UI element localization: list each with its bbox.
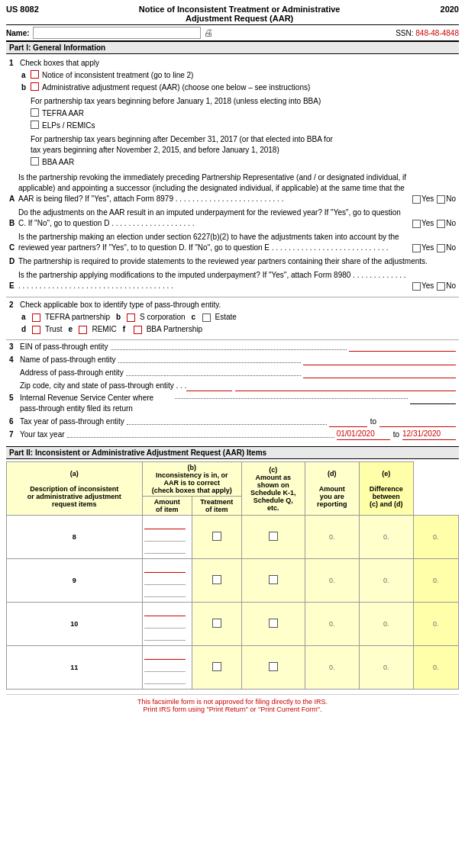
qa-no-box[interactable] xyxy=(437,195,445,204)
row-a-input3-10[interactable] xyxy=(144,632,186,641)
table-row: 11 0. 0. 0. xyxy=(7,646,459,690)
table-row: 8 0. 0. 0. xyxy=(7,516,459,559)
name-label: Name: xyxy=(6,29,30,37)
section-line2: 2 Check applicable box to identify type … xyxy=(6,297,459,338)
checkbox-bba-partnership[interactable] xyxy=(134,326,142,334)
row-a-input2-8[interactable] xyxy=(144,532,186,542)
checkbox-tefra-aar[interactable] xyxy=(31,108,39,117)
line6-from[interactable] xyxy=(329,416,367,427)
line4-input[interactable] xyxy=(303,354,456,365)
after-text1: For partnership tax years beginning afte… xyxy=(31,134,456,145)
line1-text: Check boxes that apply xyxy=(20,58,99,69)
name-input[interactable] xyxy=(33,27,201,39)
row-b-amt-cb-10[interactable] xyxy=(212,619,221,628)
row-e-8[interactable]: 0. xyxy=(413,516,458,559)
line5-input[interactable] xyxy=(410,393,456,404)
qb-yes-box[interactable] xyxy=(412,220,421,228)
row-d-8[interactable]: 0. xyxy=(359,516,413,559)
after-text2: tax years beginning after November 2, 20… xyxy=(31,145,456,156)
footer-line1: This facsimile form is not approved for … xyxy=(6,698,459,706)
cb-remic-label: REMIC xyxy=(92,324,116,335)
row-num-11: 11 xyxy=(7,646,143,690)
line3-input[interactable] xyxy=(349,342,456,352)
row-c-11[interactable]: 0. xyxy=(305,646,359,690)
qe-text: Is the partnership applying modification… xyxy=(18,270,410,291)
qb-no-box[interactable] xyxy=(437,220,445,228)
qc-no-box[interactable] xyxy=(437,244,445,252)
row-c-9[interactable]: 0. xyxy=(305,559,359,603)
row-c-10[interactable]: 0. xyxy=(305,603,359,646)
row-a-input2-9[interactable] xyxy=(144,576,186,585)
question-a-row: A Is the partnership revoking the immedi… xyxy=(9,172,456,204)
row-num-9: 9 xyxy=(7,559,143,603)
row-num-10: 10 xyxy=(7,603,143,646)
row-a-input2-11[interactable] xyxy=(144,663,186,672)
line7-from[interactable]: 01/01/2020 xyxy=(337,429,390,440)
row-a-input3-8[interactable] xyxy=(144,545,186,554)
row-a-input1-11[interactable] xyxy=(144,651,186,660)
line4b-input[interactable] xyxy=(303,367,456,378)
bba-label: BBA AAR xyxy=(42,157,74,168)
row-b-treat-cb-9[interactable] xyxy=(269,575,278,584)
row-a-10 xyxy=(142,603,192,646)
line4c-label: Zip code, city and state of pass-through… xyxy=(20,381,186,391)
row-e-10[interactable]: 0. xyxy=(413,603,458,646)
checkbox-1a[interactable] xyxy=(31,70,39,79)
col-b-header: (b)Inconsistency is in, orAAR is to corr… xyxy=(142,462,241,497)
qc-yes-box[interactable] xyxy=(412,244,421,252)
ssn-area: SSN: 848-48-4848 xyxy=(396,29,459,37)
qe-letter: E xyxy=(9,281,18,291)
checkbox-estate[interactable] xyxy=(202,313,211,322)
qe-yes-box[interactable] xyxy=(412,282,421,291)
checkbox-1b[interactable] xyxy=(31,82,39,91)
before-text: For partnership tax years beginning befo… xyxy=(31,96,456,107)
line1a-letter: a xyxy=(21,70,31,81)
question-c-row: C Is the partnership making an election … xyxy=(9,232,456,253)
page: US 8082 Notice of Inconsistent Treatment… xyxy=(0,0,465,718)
row-b-treat-10 xyxy=(241,603,305,646)
cb-bba-label: BBA Partnership xyxy=(147,324,202,335)
row-e-11[interactable]: 0. xyxy=(413,646,458,690)
checkbox-tefra-partnership[interactable] xyxy=(32,313,40,322)
row-d-9[interactable]: 0. xyxy=(359,559,413,603)
row-b-amt-cb-11[interactable] xyxy=(212,662,221,671)
question-e-row: E Is the partnership applying modificati… xyxy=(9,270,456,291)
row-b-treat-cb-11[interactable] xyxy=(269,662,278,671)
zip-input[interactable] xyxy=(186,380,232,391)
qa-yes-box[interactable] xyxy=(412,195,421,204)
row-a-input1-10[interactable] xyxy=(144,607,186,616)
row-b-treat-cb-8[interactable] xyxy=(269,532,278,541)
qe-no-box[interactable] xyxy=(437,282,445,291)
line5-row: 5 Internal Revenue Service Center where … xyxy=(9,393,456,414)
checkbox-elps[interactable] xyxy=(31,121,39,129)
checkbox-trust[interactable] xyxy=(32,326,40,334)
print-icon[interactable]: 🖨 xyxy=(204,27,213,38)
line4c-row: Zip code, city and state of pass-through… xyxy=(9,380,456,391)
city-state-input[interactable] xyxy=(235,380,456,391)
row-c-8[interactable]: 0. xyxy=(305,516,359,559)
row-a-input3-11[interactable] xyxy=(144,675,186,684)
row-b-amt-cb-8[interactable] xyxy=(212,532,221,541)
ssn-value: 848-48-4848 xyxy=(415,29,459,37)
row-d-11[interactable]: 0. xyxy=(359,646,413,690)
line4-label: Name of pass-through entity xyxy=(20,355,116,365)
line6-to[interactable] xyxy=(379,416,456,427)
row-e-9[interactable]: 0. xyxy=(413,559,458,603)
line7-to[interactable]: 12/31/2020 xyxy=(402,429,456,440)
row-b-treat-cb-10[interactable] xyxy=(269,619,278,628)
line2-row: 2 Check applicable box to identify type … xyxy=(9,300,456,310)
part1-header: Part I: General Information xyxy=(6,41,459,54)
col-e-header: (e)Differencebetween(c) and (d) xyxy=(359,462,413,516)
qa-yn: Yes No xyxy=(412,194,456,204)
row-a-input1-8[interactable] xyxy=(144,520,186,529)
part2-table: (a)Description of inconsistentor adminis… xyxy=(6,461,459,690)
checkbox-bba-aar[interactable] xyxy=(31,157,39,166)
row-a-input2-10[interactable] xyxy=(144,619,186,628)
checkbox-remic[interactable] xyxy=(79,326,87,334)
row-d-10[interactable]: 0. xyxy=(359,603,413,646)
row-b-amt-cb-9[interactable] xyxy=(212,575,221,584)
row-a-input3-9[interactable] xyxy=(144,588,186,597)
line2-checkboxes-row2: d Trust e REMIC f BBA Partnership xyxy=(9,324,456,335)
row-a-input1-9[interactable] xyxy=(144,564,186,573)
checkbox-s-corp[interactable] xyxy=(127,313,135,322)
